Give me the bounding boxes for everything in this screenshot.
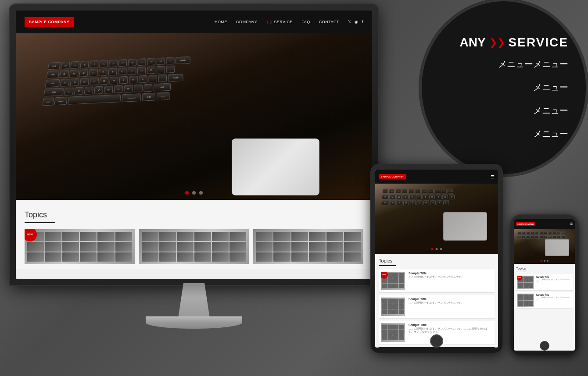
tablet-topic-title-2: Sample Title <box>409 298 492 301</box>
monitor-screen: SAMPLE COMPANY HOME COMPANY ❯❯ SERVICE F… <box>16 11 372 279</box>
tablet-cubes-2 <box>381 298 405 316</box>
twitter-icon[interactable]: 𝕏 <box>348 20 351 24</box>
tablet-topic-text-3: Sample Title ここに説明をたれます。サンプルテキルです。ここに説明を… <box>409 323 492 342</box>
topic-card-1[interactable]: NEW <box>25 229 135 264</box>
topic-card-inner-2 <box>139 229 249 264</box>
phone-topics-heading: Topics <box>516 266 573 270</box>
facebook-icon[interactable]: f <box>362 20 363 24</box>
nav-faq[interactable]: FAQ <box>301 20 310 24</box>
phone-topic-desc-1: ここに説明をたれます。サンプルテキルです。 <box>536 279 571 283</box>
phone-dot-3[interactable] <box>547 260 549 262</box>
nav-home[interactable]: HOME <box>215 20 227 24</box>
phone-dot-1[interactable] <box>541 260 542 262</box>
phone-content: Topics NEW Sample Title ここに説明をたれます。サンプルテ… <box>514 264 575 313</box>
tablet-topics-heading: Topics <box>379 258 495 263</box>
tablet-topic-title-3: Sample Title <box>409 323 492 326</box>
phone-dot-2[interactable] <box>544 260 545 262</box>
slide-dot-1[interactable] <box>185 191 189 195</box>
social-icons: 𝕏 ◉ f <box>348 20 363 24</box>
phone-frame: SAMPLE COMPANY ☰ <box>510 215 578 355</box>
tablet-logo: SAMPLE COMPANY <box>379 174 406 179</box>
tablet-dot-1[interactable] <box>431 248 434 250</box>
phone-logo: SAMPLE COMPANY <box>516 222 535 226</box>
tablet-topic-thumb-3 <box>381 323 405 342</box>
phone-hamburger-icon[interactable]: ☰ <box>570 222 573 226</box>
website-nav-links: HOME COMPANY ❯❯ SERVICE FAQ CONTACT 𝕏 ◉ … <box>215 20 363 24</box>
tablet-topic-item-2[interactable]: Sample Title ここに説明をたれます。サンプルテキルです。 <box>379 295 495 319</box>
phone-topic-thumb-1: NEW <box>517 276 534 289</box>
topics-grid: NEW <box>25 229 363 264</box>
phone-topic-item-1[interactable]: NEW Sample Title ここに説明をたれます。サンプルテキルです。 <box>516 274 573 291</box>
topics-divider <box>25 222 55 223</box>
tablet-display: SAMPLE COMPANY ☰ は ふ <box>371 164 502 353</box>
tablet-topics-divider <box>379 265 396 266</box>
monitor-stand-neck <box>176 283 212 318</box>
phone-home-button[interactable] <box>540 341 549 351</box>
tablet-topic-text-1: Sample Title ここに説明をたれます。サンプルテキルです。 <box>409 272 492 290</box>
phone-slide-indicators <box>541 260 549 262</box>
tablet-topic-desc-2: ここに説明をたれます。サンプルテキルです。 <box>409 302 492 305</box>
monitor-display: SAMPLE COMPANY HOME COMPANY ❯❯ SERVICE F… <box>10 4 378 346</box>
phone-topic-desc-2: ここに説明をたれます。サンプルテキルです。 <box>536 297 571 301</box>
tablet-new-badge: NEW <box>381 272 388 279</box>
tablet-dot-2[interactable] <box>436 248 438 250</box>
monitor-frame: SAMPLE COMPANY HOME COMPANY ❯❯ SERVICE F… <box>10 4 378 285</box>
tablet-topic-item-1[interactable]: NEW Sample Title ここに説明をたれます。サンプルテキルです。 <box>379 270 495 293</box>
tablet-topic-thumb-1: NEW <box>381 272 405 290</box>
phone-cubes-2 <box>517 294 534 307</box>
phone-display: SAMPLE COMPANY ☰ <box>510 215 578 355</box>
tablet-home-button[interactable] <box>430 334 443 348</box>
tablet-topic-desc-3: ここに説明をたれます。サンプルテキルです。ここに説明をたれます。サンプルテキルで… <box>409 327 492 333</box>
phone-topic-text-2: Sample Title ここに説明をたれます。サンプルテキルです。 <box>536 294 571 307</box>
circle-chevron-icon: ❯❯ <box>489 37 505 48</box>
tablet-screen: SAMPLE COMPANY ☰ は ふ <box>375 170 498 348</box>
circle-service-text: SERVICE <box>509 35 568 50</box>
website-hero: esc ぬ ふ あ う え お や ゆ よ わ <box>16 33 372 200</box>
service-chevron-icon: ❯❯ <box>266 20 272 24</box>
tablet-cubes-3 <box>381 323 405 342</box>
circle-menu-item-1[interactable]: メニューメニュー <box>498 58 568 70</box>
tablet-topic-thumb-2 <box>381 298 405 316</box>
phone-topic-item-2[interactable]: Sample Title ここに説明をたれます。サンプルテキルです。 <box>516 292 573 309</box>
website-navbar: SAMPLE COMPANY HOME COMPANY ❯❯ SERVICE F… <box>16 11 372 33</box>
phone-topic-thumb-2 <box>517 294 534 307</box>
tablet-topic-desc-1: ここに説明をたれます。サンプルテキルです。 <box>409 276 492 279</box>
circle-header: ANY ❯❯ SERVICE <box>422 35 568 50</box>
tablet-topic-text-2: Sample Title ここに説明をたれます。サンプルテキルです。 <box>409 298 492 316</box>
hero-keyboard: esc ぬ ふ あ う え お や ゆ よ わ <box>16 33 372 200</box>
topic-card-inner-1 <box>25 229 135 264</box>
nav-service[interactable]: ❯❯ SERVICE <box>266 20 293 24</box>
website-content: Topics NEW <box>16 200 372 269</box>
slide-indicators <box>185 191 203 195</box>
nav-contact[interactable]: CONTACT <box>319 20 339 24</box>
tablet-hamburger-icon[interactable]: ☰ <box>491 174 495 179</box>
phone-topics-divider <box>516 272 527 272</box>
topic-card-2[interactable] <box>139 229 249 264</box>
phone-navbar: SAMPLE COMPANY ☰ <box>514 219 575 229</box>
tablet-hero: は ふ み な に ら command tab <box>375 184 498 254</box>
tablet-topic-title-1: Sample Title <box>409 272 492 275</box>
circle-any-text: ANY <box>459 35 485 50</box>
nav-company[interactable]: COMPANY <box>236 20 257 24</box>
topics-heading: Topics <box>25 210 363 220</box>
phone-topic-text-1: Sample Title ここに説明をたれます。サンプルテキルです。 <box>536 276 571 289</box>
circle-menu-list: メニューメニュー メニュー メニュー メニュー <box>422 58 568 140</box>
circle-menu-item-3[interactable]: メニュー <box>533 105 568 117</box>
tablet-frame: SAMPLE COMPANY ☰ は ふ <box>371 164 502 353</box>
tablet-content: Topics NEW Sample Title ここに説明をたれま <box>375 254 498 348</box>
slide-dot-3[interactable] <box>199 191 203 195</box>
circle-menu-item-2[interactable]: メニュー <box>533 82 568 93</box>
instagram-icon[interactable]: ◉ <box>355 20 359 24</box>
monitor-stand-base <box>146 316 242 329</box>
tablet-slide-indicators <box>431 248 442 250</box>
phone-hero: N M C そ V B <box>514 229 575 264</box>
circle-dropdown-popup: ANY ❯❯ SERVICE メニューメニュー メニュー メニュー メニュー <box>420 0 587 175</box>
topic-card-3[interactable] <box>253 229 363 264</box>
tablet-dot-3[interactable] <box>440 248 442 250</box>
website-logo: SAMPLE COMPANY <box>25 17 74 27</box>
circle-menu-item-4[interactable]: メニュー <box>533 128 568 140</box>
slide-dot-2[interactable] <box>192 191 196 195</box>
tablet-navbar: SAMPLE COMPANY ☰ <box>375 170 498 184</box>
phone-screen: SAMPLE COMPANY ☰ <box>514 219 575 351</box>
topic-card-inner-3 <box>253 229 363 264</box>
